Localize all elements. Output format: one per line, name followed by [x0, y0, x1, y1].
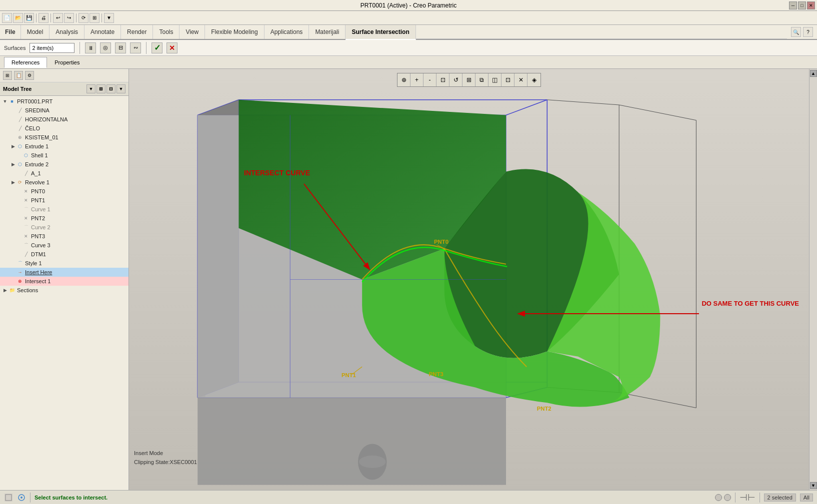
more-button[interactable]: ▼ — [104, 13, 114, 23]
tree-item-extrude2[interactable]: ▶ ⬡ Extrude 2 — [0, 160, 128, 169]
cancel-button[interactable]: ✕ — [166, 42, 178, 53]
tab-render[interactable]: Render — [121, 25, 153, 39]
tree-item-shell1[interactable]: ⬡ Shell 1 — [0, 151, 128, 160]
sep3 — [76, 13, 76, 22]
tab-flexible[interactable]: Flexible Modeling — [205, 25, 264, 39]
tree-item-dtm1[interactable]: ╱ DTM1 — [0, 250, 128, 259]
tree-more-button[interactable]: ▼ — [116, 84, 126, 93]
tree-tool-2[interactable]: 📋 — [14, 71, 23, 80]
display-button[interactable]: ⊟ — [115, 42, 126, 53]
new-button[interactable]: 📄 — [2, 13, 12, 23]
subtab-properties[interactable]: Properties — [47, 57, 87, 67]
tree-label-curve3: Curve 3 — [31, 242, 50, 248]
subtab-references[interactable]: References — [4, 57, 47, 68]
tab-tools[interactable]: Tools — [153, 25, 180, 39]
feature-button[interactable]: ∾ — [130, 42, 141, 53]
expand-sections[interactable]: ▶ — [2, 287, 8, 293]
tree-label-revolve1: Revolve 1 — [25, 179, 50, 185]
pan-button[interactable]: ⊡ — [436, 73, 450, 86]
tree-item-curve1[interactable]: ⌒ Curve 1 — [0, 205, 128, 214]
tree-item-horizontalna[interactable]: ╱ HORIZONTALNA — [0, 115, 128, 124]
close-button[interactable]: ✕ — [807, 1, 815, 9]
tree-label-pnt2: PNT2 — [31, 215, 45, 221]
preview-button[interactable]: ◎ — [100, 42, 111, 53]
annotation-toggle[interactable]: ✕ — [514, 73, 528, 86]
tree-tool-1[interactable]: ⊞ — [3, 71, 12, 80]
main-content: ⊞ 📋 ⚙ Model Tree ▼ ⊞ ⊟ ▼ ▼ ■ PRT0001.PRT — [0, 69, 817, 490]
tree-label-style1: Style 1 — [25, 260, 42, 266]
tree-item-intersect1[interactable]: ⊗ Intersect 1 — [0, 277, 128, 286]
dtm-icon: ╱ — [22, 251, 30, 257]
open-button[interactable]: 📂 — [13, 13, 23, 23]
tree-item-celo[interactable]: ╱ ČELO — [0, 124, 128, 133]
scroll-up-button[interactable]: ▲ — [810, 70, 817, 77]
scroll-down-button[interactable]: ▼ — [810, 482, 817, 489]
viewport[interactable]: PNT0 PNT1 PNT3 PNT2 ⊕ + - ⊡ ↺ ⊞ ⧉ ◫ ⊡ ✕ … — [129, 69, 809, 490]
selected-count-area: ⊣⊢ — [740, 492, 756, 503]
tree-label-pnt3: PNT3 — [31, 233, 45, 239]
tree-columns-button[interactable]: ⊟ — [106, 84, 116, 93]
quick-access-toolbar: 📄 📂 💾 🖨 ↩ ↪ ⟳ ⊞ ▼ — [0, 11, 817, 25]
tab-annotate[interactable]: Annotate — [84, 25, 121, 39]
expand-revolve1[interactable]: ▶ — [10, 179, 16, 185]
window-switch[interactable]: ⊞ — [90, 13, 100, 23]
section-view-button[interactable]: ◈ — [528, 73, 540, 86]
tree-item-curve2[interactable]: ⌒ Curve 2 — [0, 223, 128, 232]
ok-button[interactable]: ✓ — [152, 42, 162, 53]
search-button[interactable]: 🔍 — [791, 27, 801, 37]
tab-view[interactable]: View — [180, 25, 205, 39]
tree-item-pnt2[interactable]: ✕ PNT2 — [0, 214, 128, 223]
tree-filter-button[interactable]: ▼ — [86, 84, 96, 93]
zoom-out-button[interactable]: - — [424, 73, 436, 86]
tree-item-a1[interactable]: ╱ A_1 — [0, 169, 128, 178]
tab-analysis[interactable]: Analysis — [50, 25, 84, 39]
display-style-button[interactable]: ◫ — [488, 73, 502, 86]
expand-horizontalna — [10, 116, 16, 122]
status-icon-2 — [17, 493, 26, 502]
expand-pnt1 — [16, 197, 22, 203]
rotate-button[interactable]: ↺ — [450, 73, 462, 86]
minimize-button[interactable]: ─ — [789, 1, 797, 9]
right-scrollbar[interactable]: ▲ ▼ — [809, 69, 817, 490]
tree-tool-3[interactable]: ⚙ — [25, 71, 34, 80]
tree-item-style1[interactable]: ⌒ Style 1 — [0, 259, 128, 268]
status-sep1 — [30, 493, 30, 503]
saved-views-button[interactable]: ⊡ — [502, 73, 514, 86]
help-button[interactable]: ? — [803, 27, 813, 37]
tree-item-pnt3[interactable]: ✕ PNT3 — [0, 232, 128, 241]
tree-item-sections[interactable]: ▶ 📁 Sections — [0, 286, 128, 295]
tree-item-pnt1[interactable]: ✕ PNT1 — [0, 196, 128, 205]
tab-surface-intersection[interactable]: Surface Intersection — [346, 25, 416, 40]
tree-item-root[interactable]: ▼ ■ PRT0001.PRT — [0, 97, 128, 106]
zoom-fit-button[interactable]: ⊕ — [398, 73, 410, 86]
expand-root[interactable]: ▼ — [2, 98, 8, 104]
zoom-in-button[interactable]: + — [410, 73, 424, 86]
expand-ksistem — [10, 134, 16, 140]
redo-button[interactable]: ↪ — [64, 13, 74, 23]
tree-item-insert-here[interactable]: → Insert Here — [0, 268, 128, 277]
surfaces-input[interactable] — [30, 43, 74, 53]
save-button[interactable]: 💾 — [24, 13, 34, 23]
tree-item-revolve1[interactable]: ▶ ⟳ Revolve 1 — [0, 178, 128, 187]
expand-extrude2[interactable]: ▶ — [10, 161, 16, 167]
model-tree-title: Model Tree — [3, 86, 32, 92]
pause-button[interactable]: ⏸ — [85, 42, 96, 53]
all-label-badge: All — [800, 494, 813, 502]
view-manager-button[interactable]: ⧉ — [476, 73, 488, 86]
tab-model[interactable]: Model — [21, 25, 50, 39]
tree-item-pnt0[interactable]: ✕ PNT0 — [0, 187, 128, 196]
tree-item-ksistem[interactable]: ⊕ KSISTEM_01 — [0, 133, 128, 142]
orient-button[interactable]: ⊞ — [462, 73, 476, 86]
tree-settings-button[interactable]: ⊞ — [96, 84, 106, 93]
tab-materijali[interactable]: Materijali — [309, 25, 346, 39]
tree-item-sredina[interactable]: ╱ SREDINA — [0, 106, 128, 115]
regen-button[interactable]: ⟳ — [78, 13, 88, 23]
print-button[interactable]: 🖨 — [38, 13, 48, 23]
tree-item-curve3[interactable]: ⌒ Curve 3 — [0, 241, 128, 250]
maximize-button[interactable]: □ — [798, 1, 806, 9]
undo-button[interactable]: ↩ — [53, 13, 63, 23]
tab-file[interactable]: File — [0, 25, 21, 39]
tree-item-extrude1[interactable]: ▶ ⬡ Extrude 1 — [0, 142, 128, 151]
tab-applications[interactable]: Applications — [264, 25, 310, 39]
expand-extrude1[interactable]: ▶ — [10, 143, 16, 149]
